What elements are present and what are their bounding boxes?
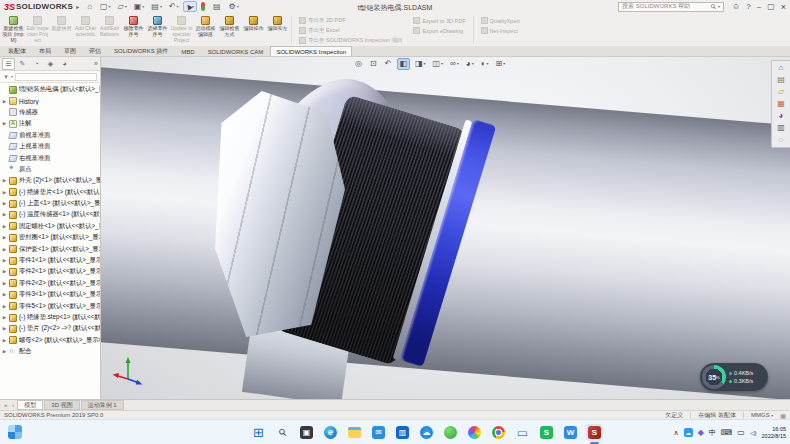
expand-arrow-icon[interactable]: ▶ <box>2 178 7 183</box>
file-explorer-icon[interactable] <box>346 424 363 441</box>
tree-item[interactable]: ▶ 零件2<1> (默认<<默认>_显示状 <box>0 266 100 277</box>
edit-inspection-project-button[interactable]: Edit Inspection Project <box>26 14 49 45</box>
ime-language-indicator[interactable]: 中 <box>709 429 716 436</box>
expand-arrow-icon[interactable]: ▶ <box>2 224 7 229</box>
view-palette-icon[interactable]: ▦ <box>777 100 785 108</box>
net-inspect-button[interactable]: Net-Inspect <box>481 27 520 34</box>
tree-item[interactable]: 原点 <box>0 164 100 175</box>
section-view-icon[interactable]: ◧ <box>397 58 410 70</box>
units-selector[interactable]: MMGS ▾ <box>751 412 773 418</box>
search-button[interactable]: ⚲ <box>274 424 291 441</box>
tree-item[interactable]: ▶ 零件3<1> (默认<<默认>_显示状态 <box>0 289 100 300</box>
green-s-app-icon[interactable]: S <box>538 424 555 441</box>
store-icon[interactable]: ▥ <box>394 424 411 441</box>
expand-arrow-icon[interactable]: ▶ <box>2 201 7 206</box>
file-explorer-pane-icon[interactable]: ▱ <box>778 88 784 96</box>
restore-button[interactable]: ▢ <box>767 2 775 11</box>
custom-properties-icon[interactable]: ▥ <box>777 124 785 132</box>
new-inspection-project-button[interactable]: 新建检查项目 (imp:M) <box>2 14 25 45</box>
security-tray-icon[interactable]: ◆ <box>698 429 704 437</box>
dimxpertmanager-tab[interactable]: ◈ <box>44 58 57 70</box>
tree-item[interactable]: 上视基准面 <box>0 141 100 152</box>
tree-item[interactable]: ▶ (-) 绝缘垫.step<1> (默认<<默认 <box>0 312 100 323</box>
appearances-scenes-icon[interactable]: ◕ <box>779 112 784 120</box>
solidworks-taskbar-icon[interactable]: S <box>586 424 603 441</box>
tree-item[interactable]: ▶ 零件2<2> (默认<<默认>_显示状 <box>0 278 100 289</box>
minimize-button[interactable]: – <box>757 2 761 11</box>
tree-item[interactable]: ▶ (-) 温度传感器<1> (默认<<默认>_ <box>0 209 100 220</box>
tab-scroll-prev-icon[interactable]: ‹ <box>10 402 16 408</box>
speed-monitor-badge[interactable]: 35% 0.4KB/s 0.3KB/s <box>700 363 768 391</box>
tree-item[interactable]: ▶ 密封圈<1> (默认<<默认>_显示状 <box>0 232 100 243</box>
edit-method-button[interactable]: 编辑实方 <box>266 14 289 45</box>
tree-item[interactable]: 前视基准面 <box>0 130 100 141</box>
tab-model[interactable]: 模型 <box>17 400 43 410</box>
save-icon[interactable]: ▣▾ <box>131 1 148 12</box>
expand-arrow-icon[interactable]: ▶ <box>2 190 7 195</box>
status-display-icon[interactable]: ▦ <box>780 412 786 419</box>
onedrive-icon[interactable]: ☁ <box>418 424 435 441</box>
previous-view-icon[interactable]: ↶ <box>383 58 395 70</box>
tree-item[interactable]: ▶ 注解 <box>0 118 100 129</box>
export-excel-button[interactable]: 导出至 Excel <box>299 27 402 34</box>
expand-arrow-icon[interactable]: ▶ <box>2 99 7 104</box>
print-icon[interactable]: ▤▾ <box>148 1 165 12</box>
tree-item[interactable]: ▶ History <box>0 95 100 106</box>
options-icon[interactable]: ⚙▾ <box>226 1 242 12</box>
export-sw-inspection-project-button[interactable]: 导出至 SOLIDWORKS Inspection 项目 <box>299 37 402 44</box>
launch-template-editor-button[interactable]: 启动模板编辑器 <box>194 14 217 45</box>
tree-item[interactable]: ▶ 螺母<2> (默认<<默认>_显示状态 <box>0 335 100 346</box>
expand-arrow-icon[interactable]: ▶ <box>2 258 7 263</box>
user-icon[interactable]: ☺ <box>732 2 740 11</box>
update-inspection-project-button[interactable]: Update Inspection Project <box>170 14 193 45</box>
expand-arrow-icon[interactable]: ▶ <box>2 338 7 343</box>
solidworks-forum-icon[interactable]: ◌ <box>779 136 784 144</box>
remote-desktop-icon[interactable]: ▭ <box>514 424 531 441</box>
tree-item[interactable]: ▶ (-) 垫片 (2)<2> ->? (默认<<默认> <box>0 323 100 334</box>
expand-arrow-icon[interactable]: ▶ <box>2 121 7 126</box>
green-browser-icon[interactable] <box>442 424 459 441</box>
volume-tray-icon[interactable]: ◁) <box>750 430 757 436</box>
tree-item[interactable]: ▶ (-) 上盖<1> (默认<<默认>_显示状 <box>0 198 100 209</box>
start-button[interactable]: ⊞ <box>250 424 267 441</box>
file-properties-icon[interactable]: ▤ <box>210 1 225 12</box>
edit-inspection-method-button[interactable]: 编辑检查方式 <box>218 14 241 45</box>
qualityxpert-button[interactable]: QualityXpert <box>481 17 520 24</box>
menu-expand-icon[interactable]: ▸ <box>76 3 79 10</box>
tree-item[interactable]: ▶ 配合 <box>0 346 100 357</box>
select-tool-icon[interactable]: ▶▾ <box>183 1 197 12</box>
tab-solidworks-cam[interactable]: SOLIDWORKS CAM <box>202 46 270 56</box>
tree-item[interactable]: t型铠装热电偶 (默认<默认>_显示状态-1 <box>0 84 100 95</box>
design-library-icon[interactable]: ▤ <box>777 76 785 84</box>
taskbar-clock[interactable]: 16:05 2022/8/15 <box>762 426 786 439</box>
add-characteristic-button[interactable]: Add Characteristic <box>74 14 97 45</box>
remove-balloons-button[interactable]: 移除零件序号 <box>122 14 145 45</box>
expand-arrow-icon[interactable]: ▶ <box>2 326 7 331</box>
help-icon[interactable]: ? <box>746 2 750 11</box>
expand-arrow-icon[interactable]: ▶ <box>2 315 7 320</box>
expand-arrow-icon[interactable]: ▶ <box>2 212 7 217</box>
help-search-box[interactable]: 搜索 SOLIDWORKS 帮助 ⚲ ▾ <box>618 2 724 12</box>
featuremanager-tree-tab[interactable]: ☰ <box>2 58 15 70</box>
graphics-viewport[interactable]: ◎ ⊡ ↶ ◧ ◨▾ ◫▾ ∞▾ ◕▾ ◐▾ ⊞▾ <box>101 57 790 399</box>
mail-icon[interactable]: ✉ <box>370 424 387 441</box>
view-orientation-icon[interactable]: ⊞▾ <box>494 58 508 70</box>
filter-input[interactable] <box>15 73 97 81</box>
filter-icon[interactable]: ▼ <box>3 74 9 80</box>
chrome-icon[interactable] <box>490 424 507 441</box>
tree-item[interactable]: 传感器 <box>0 107 100 118</box>
edge-icon[interactable]: e <box>322 424 339 441</box>
tab-solidworks-inspection[interactable]: SOLIDWORKS Inspection <box>270 46 352 56</box>
tab-solidworks-addins[interactable]: SOLIDWORKS 插件 <box>108 46 174 56</box>
expand-arrow-icon[interactable]: ▶ <box>2 269 7 274</box>
tab-assembly[interactable]: 装配体 <box>2 46 32 56</box>
open-icon[interactable]: ▱▾ <box>115 1 130 12</box>
tree-item[interactable]: ▶ 零件5<1> (默认<<默认>_显示状态 <box>0 300 100 311</box>
undo-icon[interactable]: ↶▾ <box>166 1 182 12</box>
cloud-drive-tray-icon[interactable]: ☁ <box>684 428 693 437</box>
tab-scroll-left-icon[interactable]: « <box>2 402 9 408</box>
export-2d-pdf-button[interactable]: 导出至 2D PDF <box>299 17 402 24</box>
configurationmanager-tab[interactable]: ◔ <box>30 58 43 70</box>
tab-layout[interactable]: 布局 <box>33 46 57 56</box>
rebuild-icon[interactable] <box>198 1 209 12</box>
